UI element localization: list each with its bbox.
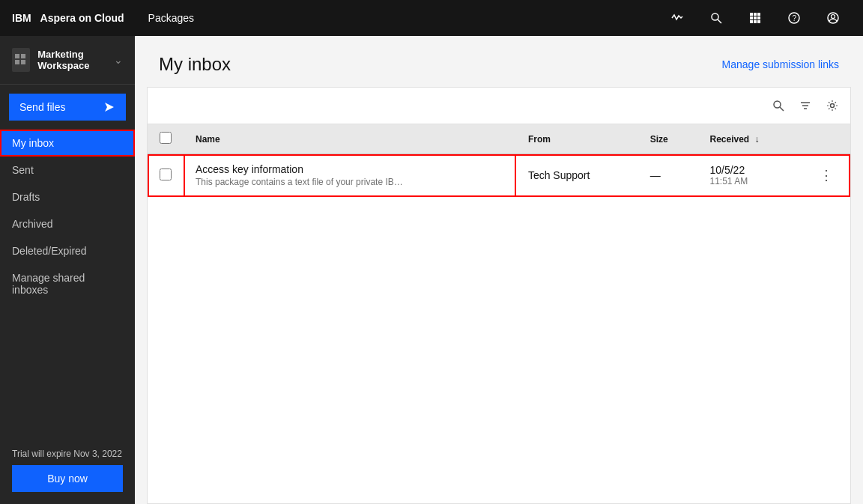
workspace-icon (12, 48, 30, 72)
package-actions-cell: ⋮ (802, 154, 850, 197)
sidebar: Marketing Workspace ⌄ Send files My inbo… (0, 36, 135, 504)
svg-rect-15 (15, 54, 19, 58)
sidebar-item-archived[interactable]: Archived (0, 210, 135, 237)
package-received-cell: 10/5/22 11:51 AM (697, 154, 802, 197)
content-header: My inbox Manage submission links (135, 36, 863, 87)
top-nav-icons: ? (659, 0, 851, 36)
row-checkbox-cell (148, 154, 184, 197)
sidebar-item-manage-shared-inboxes[interactable]: Manage shared inboxes (0, 264, 135, 303)
sidebar-footer: Trial will expire Nov 3, 2022 Buy now (0, 437, 135, 504)
buy-now-button[interactable]: Buy now (12, 465, 123, 492)
table-settings-button[interactable] (820, 94, 844, 118)
help-icon[interactable]: ? (776, 0, 812, 36)
svg-point-0 (712, 13, 718, 20)
sidebar-navigation: My inbox Sent Drafts Archived Deleted/Ex… (0, 130, 135, 437)
workspace-info: Marketing Workspace (12, 48, 114, 72)
sidebar-item-sent[interactable]: Sent (0, 157, 135, 183)
workspace-chevron-icon[interactable]: ⌄ (114, 54, 123, 66)
package-description: This package contains a text file of you… (196, 177, 405, 187)
send-files-button[interactable]: Send files (9, 94, 126, 121)
table-body: Access key information This package cont… (148, 154, 850, 197)
svg-rect-8 (750, 20, 753, 23)
package-size: — (650, 169, 661, 181)
sidebar-item-drafts[interactable]: Drafts (0, 183, 135, 210)
user-icon[interactable] (815, 0, 851, 36)
package-received-time: 11:51 AM (709, 176, 790, 186)
svg-point-19 (774, 101, 781, 108)
svg-rect-16 (21, 54, 25, 58)
svg-point-24 (831, 104, 835, 108)
svg-rect-7 (757, 16, 760, 19)
name-column-header: Name (184, 124, 516, 154)
brand-logo: IBM Aspera on Cloud (12, 12, 124, 24)
svg-rect-2 (750, 13, 753, 16)
row-checkbox[interactable] (160, 168, 172, 180)
svg-rect-17 (15, 60, 19, 64)
svg-rect-4 (757, 13, 760, 16)
package-name: Access key information (196, 163, 504, 175)
svg-text:?: ? (793, 14, 797, 22)
nav-packages[interactable]: Packages (142, 0, 200, 36)
search-icon[interactable] (698, 0, 734, 36)
table-row[interactable]: Access key information This package cont… (148, 154, 850, 197)
svg-line-1 (718, 19, 721, 23)
svg-rect-9 (754, 20, 757, 23)
actions-column-header (802, 124, 850, 154)
received-sort-icon: ↓ (755, 134, 760, 145)
received-column-header[interactable]: Received ↓ (697, 124, 802, 154)
svg-rect-10 (757, 20, 760, 23)
row-overflow-menu-button[interactable]: ⋮ (814, 163, 838, 187)
trial-text: Trial will expire Nov 3, 2022 (12, 449, 123, 459)
manage-submission-links[interactable]: Manage submission links (722, 58, 839, 70)
sidebar-item-my-inbox[interactable]: My inbox (0, 130, 135, 157)
workspace-selector[interactable]: Marketing Workspace ⌄ (0, 36, 135, 85)
top-navigation: IBM Aspera on Cloud Packages ? (0, 0, 863, 36)
main-content: My inbox Manage submission links (135, 36, 863, 504)
brand-ibm: IBM (12, 12, 31, 24)
brand-product: Aspera on Cloud (40, 12, 124, 24)
svg-point-14 (832, 15, 835, 19)
table-filter-button[interactable] (793, 94, 817, 118)
package-size-cell: — (638, 154, 698, 197)
size-column-header: Size (638, 124, 698, 154)
page-title: My inbox (159, 54, 231, 75)
svg-rect-6 (754, 16, 757, 19)
package-from: Tech Support (528, 169, 590, 181)
select-all-column (148, 124, 184, 154)
package-from-cell: Tech Support (516, 154, 638, 197)
packages-table: Name From Size Received ↓ (148, 124, 850, 197)
workspace-name: Marketing Workspace (37, 49, 114, 71)
from-column-header: From (516, 124, 638, 154)
table-search-button[interactable] (766, 94, 790, 118)
svg-rect-3 (754, 13, 757, 16)
select-all-checkbox[interactable] (160, 132, 172, 144)
svg-rect-5 (750, 16, 753, 19)
activity-icon[interactable] (659, 0, 695, 36)
table-header: Name From Size Received ↓ (148, 124, 850, 154)
table-toolbar (148, 88, 850, 124)
package-received-date: 10/5/22 (709, 164, 790, 176)
sidebar-item-deleted-expired[interactable]: Deleted/Expired (0, 237, 135, 264)
svg-line-20 (780, 107, 784, 111)
package-name-cell: Access key information This package cont… (184, 154, 516, 197)
apps-icon[interactable] (737, 0, 773, 36)
svg-rect-18 (21, 60, 25, 64)
packages-table-container: Name From Size Received ↓ (147, 87, 851, 504)
